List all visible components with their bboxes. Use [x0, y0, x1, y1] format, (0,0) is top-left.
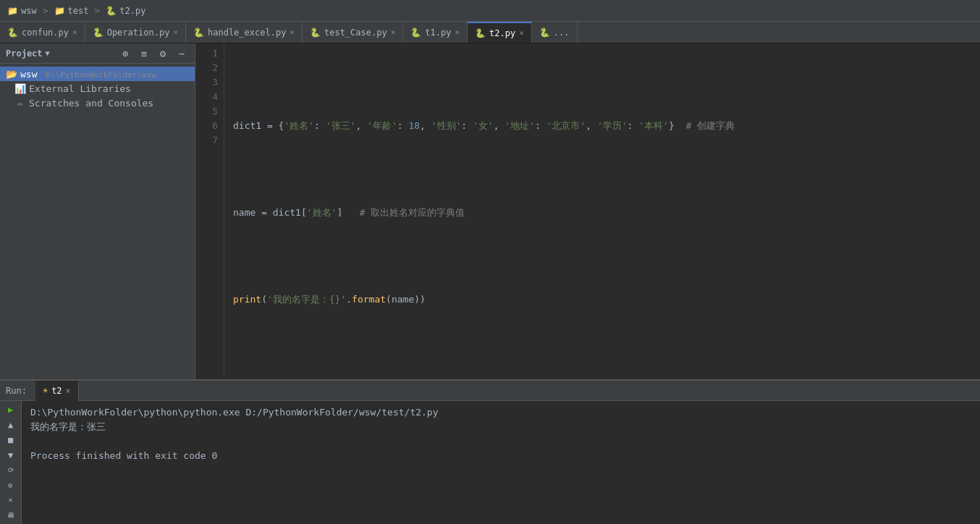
bottom-content: ▶ ▲ ■ ▼ ⟳ ⚙ ✕ 🖶 D:\PythonWorkFolder\pyth…	[0, 401, 980, 524]
line-num-5: 5	[201, 104, 218, 119]
console-line-4: Process finished with exit code 0	[30, 449, 971, 463]
chevron-down-icon: ▼	[46, 49, 50, 57]
tab-label-more: ...	[554, 28, 570, 38]
tab-close-confun[interactable]: ×	[72, 28, 77, 37]
settings-button[interactable]: ⚙	[3, 479, 19, 491]
title-folder: 📁 test	[54, 6, 89, 16]
tab-handle-excel[interactable]: 🐍 handle_excel.py ×	[186, 22, 303, 43]
tab-icon-test-case: 🐍	[310, 28, 321, 38]
sidebar-tree: 📂 wsw D:\PythonWorkFolder\wsw 📊 External…	[0, 64, 195, 379]
code-line-7	[233, 336, 980, 350]
sidebar-header: Project ▼ ⊕ ≡ ⚙ −	[0, 43, 195, 64]
sidebar: Project ▼ ⊕ ≡ ⚙ − 📂 wsw D:\PythonWorkFol…	[0, 43, 195, 379]
tab-label-test-case: test_Case.py	[324, 28, 387, 38]
folder-icon2: 📁	[54, 6, 65, 16]
tab-label-t1: t1.py	[425, 28, 451, 38]
code-line-5	[233, 249, 980, 263]
code-line-2: dict1 = { '姓名' : '张三' , '年龄' : 18 , '性别'…	[233, 119, 980, 133]
tab-icon-confun: 🐍	[7, 28, 18, 38]
line-numbers: 1 2 3 4 5 6 7	[195, 43, 224, 379]
tab-t1[interactable]: 🐍 t1.py ×	[403, 22, 468, 43]
sidebar-close-button[interactable]: −	[174, 46, 189, 61]
run-button[interactable]: ▶	[3, 404, 19, 416]
library-icon: 📊	[14, 83, 26, 94]
tab-icon-t1: 🐍	[410, 28, 421, 38]
line-num-7: 7	[201, 133, 218, 148]
python-file-icon: 🐍	[106, 6, 117, 16]
console-line-3	[30, 434, 971, 449]
sidebar-item-external-libraries-label: External Libraries	[29, 83, 131, 94]
title-project: 📁 wsw	[7, 6, 37, 16]
sidebar-item-wsw-label: wsw D:\PythonWorkFolder\wsw	[20, 69, 156, 80]
sidebar-title: Project ▼	[6, 48, 50, 59]
tab-icon-more: 🐍	[539, 28, 550, 38]
folder-open-icon: 📂	[6, 68, 17, 80]
tab-bar: 🐍 confun.py × 🐍 Operation.py × 🐍 handle_…	[0, 22, 980, 43]
line-num-6: 6	[201, 119, 218, 133]
code-line-6: print ( '我的名字是：{}' . format (name))	[233, 292, 980, 307]
code-line-1	[233, 75, 980, 90]
print-button[interactable]: 🖶	[3, 509, 19, 521]
tab-close-operation[interactable]: ×	[173, 28, 178, 37]
tab-close-t1[interactable]: ×	[455, 28, 460, 37]
tab-test-case[interactable]: 🐍 test_Case.py ×	[303, 22, 403, 43]
tab-more[interactable]: 🐍 ...	[532, 22, 578, 43]
folder-icon: 📁	[7, 6, 18, 16]
bottom-panel: Run: ☀ t2 × ▶ ▲ ■ ▼ ⟳ ⚙ ✕ 🖶 D:\PythonWor…	[0, 379, 980, 524]
line-num-4: 4	[201, 90, 218, 104]
close-output-button[interactable]: ✕	[3, 494, 19, 507]
sidebar-item-scratches-label: Scratches and Consoles	[29, 98, 153, 109]
stop-button[interactable]: ■	[3, 434, 19, 447]
tab-label-operation: Operation.py	[107, 28, 170, 38]
run-label: Run:	[6, 386, 27, 396]
code-line-3	[233, 162, 980, 177]
bottom-sidebar: ▶ ▲ ■ ▼ ⟳ ⚙ ✕ 🖶	[0, 401, 22, 524]
tab-t2[interactable]: 🐍 t2.py ×	[468, 22, 532, 43]
tab-label-t2: t2.py	[489, 28, 515, 38]
scratches-icon: ✏️	[14, 97, 26, 109]
code-line-4: name = dict1 [ '姓名' ] # 取出姓名对应的字典值	[233, 206, 980, 220]
tab-label-confun: confun.py	[22, 28, 69, 38]
code-content[interactable]: dict1 = { '姓名' : '张三' , '年龄' : 18 , '性别'…	[224, 43, 980, 379]
bottom-tab-icon-t2: ☀	[43, 386, 48, 396]
sidebar-collapse-button[interactable]: ≡	[137, 46, 151, 61]
console-line-1: D:\PythonWorkFolder\python\python.exe D:…	[30, 405, 971, 420]
tab-operation[interactable]: 🐍 Operation.py ×	[85, 22, 186, 43]
tab-icon-operation: 🐍	[93, 28, 104, 38]
sidebar-item-wsw-path: D:\PythonWorkFolder\wsw	[46, 70, 156, 80]
sidebar-item-scratches[interactable]: ✏️ Scratches and Consoles	[0, 96, 195, 110]
title-sep1: >	[43, 5, 48, 16]
bottom-tab-t2[interactable]: ☀ t2 ×	[35, 381, 79, 401]
rerun-button[interactable]: ⟳	[3, 464, 19, 476]
title-bar: 📁 wsw > 📁 test > 🐍 t2.py	[0, 0, 980, 22]
console-output: D:\PythonWorkFolder\python\python.exe D:…	[22, 401, 980, 524]
console-line-2: 我的名字是：张三	[30, 420, 971, 434]
sidebar-title-label: Project	[6, 48, 43, 59]
sidebar-item-external-libraries[interactable]: 📊 External Libraries	[0, 81, 195, 96]
sidebar-header-icons: ⊕ ≡ ⚙ −	[118, 46, 189, 61]
tab-close-t2[interactable]: ×	[519, 28, 524, 38]
bottom-tab-close-t2[interactable]: ×	[66, 386, 71, 396]
tab-close-handle-excel[interactable]: ×	[290, 28, 295, 37]
tab-icon-handle-excel: 🐍	[193, 28, 204, 38]
title-sep2: >	[94, 5, 100, 16]
tab-close-test-case[interactable]: ×	[391, 28, 396, 37]
main-area: Project ▼ ⊕ ≡ ⚙ − 📂 wsw D:\PythonWorkFol…	[0, 43, 980, 379]
bottom-tab-label-t2: t2	[51, 386, 62, 396]
title-file: 🐍 t2.py	[106, 6, 145, 16]
sidebar-item-wsw[interactable]: 📂 wsw D:\PythonWorkFolder\wsw	[0, 67, 195, 81]
sidebar-locate-button[interactable]: ⊕	[118, 46, 132, 61]
line-num-3: 3	[201, 75, 218, 90]
tab-confun[interactable]: 🐍 confun.py ×	[0, 22, 85, 43]
line-num-1: 1	[201, 46, 218, 61]
tab-label-handle-excel: handle_excel.py	[208, 28, 286, 38]
editor-area: 1 2 3 4 5 6 7 dict1 = { '姓名' : '张三' , '年…	[195, 43, 980, 379]
sidebar-settings-button[interactable]: ⚙	[156, 46, 170, 61]
line-num-2: 2	[201, 61, 218, 75]
scroll-down-button[interactable]: ▼	[3, 449, 19, 461]
bottom-tab-bar: Run: ☀ t2 ×	[0, 381, 980, 401]
scroll-up-button[interactable]: ▲	[3, 419, 19, 431]
tab-icon-t2: 🐍	[475, 28, 486, 38]
